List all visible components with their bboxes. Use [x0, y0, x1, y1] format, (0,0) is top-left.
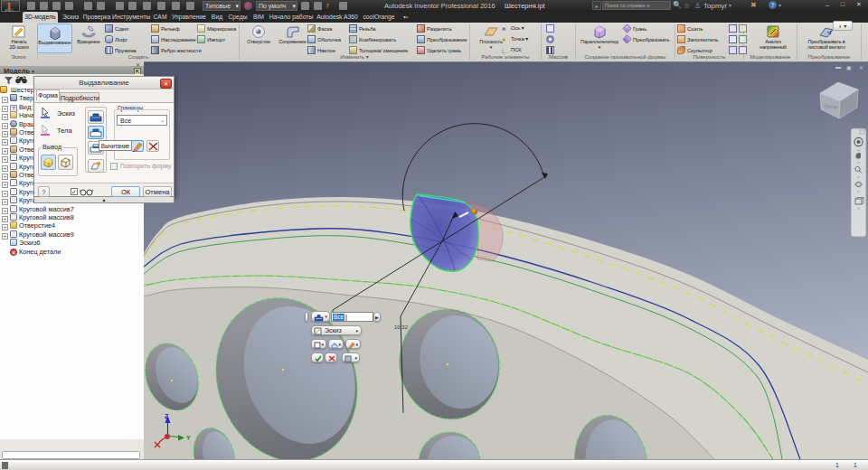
svg-text:Z: Z: [165, 413, 169, 419]
svg-text:10,32: 10,32: [394, 324, 409, 330]
svg-text:Y: Y: [186, 435, 191, 441]
svg-text:▣: ▣: [846, 65, 852, 70]
svg-text:▬: ▬: [835, 64, 841, 70]
svg-text:Перед: Перед: [824, 103, 837, 109]
svg-text:✕: ✕: [859, 65, 863, 70]
